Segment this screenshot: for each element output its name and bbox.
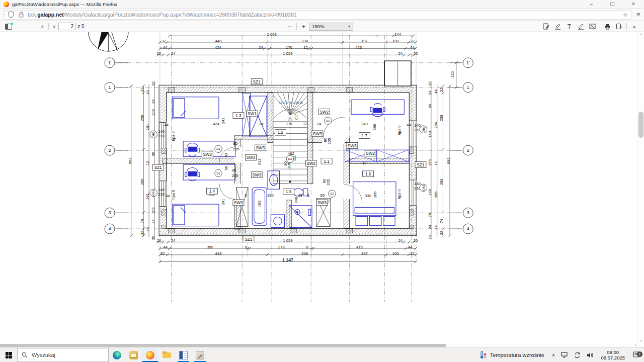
dimension-label: 176: [286, 122, 292, 126]
dimension-label: 32: [140, 231, 144, 235]
close-button[interactable]: ×: [623, 0, 644, 8]
taskbar-app-firefox[interactable]: [142, 348, 158, 362]
highlight-icon[interactable]: [553, 23, 562, 30]
symbol-label: OB2: [152, 190, 155, 196]
taskbar-app-edge[interactable]: [109, 348, 125, 362]
thermometer-icon: [480, 351, 487, 359]
chair: [185, 143, 200, 156]
dimension-label: 20: [414, 238, 418, 243]
dimension-label: 448: [215, 251, 222, 256]
dimension-label: 8: [245, 245, 247, 249]
dimension-label: 213: [257, 158, 262, 165]
dimension-label: 44: [408, 245, 413, 249]
start-button[interactable]: [0, 348, 17, 362]
room-or-wall-label: SW3: [247, 155, 256, 160]
dimension-label: 1 147: [282, 257, 293, 262]
dimension-label: 338: [301, 39, 308, 43]
zoom-select[interactable]: 190% ▾: [309, 23, 353, 31]
washing-machine: [271, 215, 284, 227]
window-title: galPocztaWiadomosciPop.aspx — Mozilla Fi…: [12, 2, 117, 7]
text-tool-icon[interactable]: T: [565, 23, 574, 30]
dimension-label: 24: [171, 238, 176, 243]
dimension-label: 32: [162, 39, 166, 43]
dimension-label: 350: [207, 245, 213, 249]
dimension-label: 24: [259, 45, 263, 50]
dimension-label: 140: [428, 131, 432, 138]
dimension-label: 286: [439, 178, 444, 185]
dimension-label: 296: [434, 122, 438, 129]
dimension-label: 12: [145, 161, 150, 165]
print-icon[interactable]: [603, 23, 612, 30]
dimension-label: 96: [151, 152, 155, 156]
taskbar-app-explorer[interactable]: [158, 348, 175, 362]
bookmark-star-icon[interactable]: ☆: [623, 12, 628, 18]
shower: [289, 206, 312, 228]
symbol-label: D2: [288, 157, 292, 160]
taskbar-app-mail[interactable]: [125, 348, 142, 362]
shield-icon[interactable]: [8, 11, 15, 18]
symbol-label: OB2: [422, 185, 425, 191]
page-number-input[interactable]: [58, 23, 75, 30]
chair: [370, 104, 385, 117]
horizontal-scrollbar[interactable]: ›: [0, 343, 637, 347]
minimize-button[interactable]: –: [581, 0, 602, 8]
page-up-button[interactable]: ∧: [38, 24, 47, 29]
bed: [172, 204, 219, 226]
image-tool-icon[interactable]: [588, 23, 597, 30]
taskbar-search-input[interactable]: Wyszukaj: [17, 348, 109, 362]
lock-icon[interactable]: [18, 11, 25, 18]
window-titlebar: galPocztaWiadomosciPop.aspx — Mozilla Fi…: [0, 0, 644, 9]
symbol-label: D1: [216, 147, 220, 150]
draw-icon[interactable]: [577, 23, 585, 30]
dimension-label: 8: [245, 193, 247, 198]
dimension-label: 24: [171, 51, 176, 56]
notification-center-button[interactable]: 1: [629, 351, 644, 358]
dimension-label: 424: [213, 122, 220, 126]
taskbar-app-document[interactable]: [175, 348, 192, 362]
dimension-label: 140: [414, 182, 421, 186]
room-or-wall-label: SW3: [348, 144, 357, 148]
more-tools-icon[interactable]: »: [630, 23, 638, 30]
network-icon[interactable]: [558, 352, 571, 358]
menu-icon[interactable]: ≡: [636, 11, 640, 18]
scroll-down-icon: ⌄: [638, 338, 644, 342]
annotate-icon[interactable]: [542, 23, 550, 30]
zoom-out-button[interactable]: −: [284, 23, 295, 30]
dimension-label: 109: [151, 207, 155, 214]
room-or-wall-label: SW3: [313, 132, 322, 136]
grid-bubble-label: 3: [109, 210, 111, 215]
dimension-label: 197: [361, 39, 368, 43]
room-or-wall-label: SZ1: [417, 163, 425, 167]
zoom-in-button[interactable]: +: [298, 23, 309, 30]
dimension-label: 32: [410, 251, 415, 256]
dimension-label: 20: [157, 51, 162, 56]
taskbar-app-paint[interactable]: [192, 348, 208, 362]
symbol-label: OB3: [422, 126, 425, 132]
sidebar-toggle-icon[interactable]: [5, 24, 12, 30]
page-down-button[interactable]: ∨: [50, 24, 59, 29]
grid-bubble-label: 4: [467, 226, 469, 231]
dimension-label: 32: [140, 87, 144, 92]
dimension-label: 44: [145, 227, 150, 231]
address-field[interactable]: bck.galapp.net/Moduly/Galactica/galPoczt…: [4, 10, 631, 20]
taskbar-clock[interactable]: 09:00 08.07.2025: [597, 349, 629, 360]
dimension-label: 210: [158, 134, 165, 138]
dimension-label: 205: [327, 138, 332, 144]
room-or-wall-label: SW2: [203, 152, 212, 157]
dimension-label: 286: [434, 192, 438, 198]
sync-icon[interactable]: [571, 352, 584, 358]
maximize-button[interactable]: ▢: [602, 0, 623, 8]
dimension-label: 109: [151, 109, 155, 116]
dimension-label: 12: [303, 45, 308, 50]
pdf-toolbar: ∧ ∨ z 5 − + 190% ▾ T: [0, 21, 644, 32]
save-icon[interactable]: [615, 23, 623, 30]
tray-chevron-up-icon[interactable]: ∧: [549, 352, 558, 357]
chair: [185, 167, 200, 180]
horizontal-scroll-thumb: [0, 344, 446, 347]
volume-icon[interactable]: [584, 352, 597, 358]
dimension-label: 180: [267, 193, 274, 198]
weather-widget[interactable]: Temperatura wzrośnie: [475, 351, 549, 359]
vertical-scrollbar[interactable]: ⌃ ⌄: [637, 32, 644, 343]
dimension-label: 205: [231, 173, 238, 178]
dimension-label: 205: [326, 179, 331, 186]
